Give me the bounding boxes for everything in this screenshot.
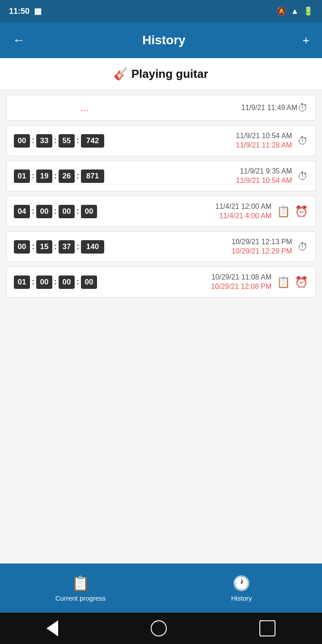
bottom-navigation: 📋 Current progress 🕐 History — [0, 564, 322, 613]
history-icon: 🕐 — [233, 575, 250, 592]
item-icons: 📋 ⏰ — [277, 205, 308, 218]
current-progress-icon: 📋 — [72, 575, 89, 592]
start-time: 11/9/21 9:35 AM — [240, 167, 292, 175]
history-label: History — [231, 594, 252, 602]
timer-segment-hh: 00 — [14, 134, 30, 148]
list-item[interactable]: 01 : 00 : 00 : 00 10/29/21 11:08 AM 10/2… — [6, 267, 316, 297]
android-nav-bar — [0, 613, 322, 644]
timer-segment-ss: 00 — [59, 275, 75, 289]
timer-display: 00 : 33 : 55 : 742 — [14, 134, 104, 148]
activity-emoji: 🎸 — [114, 67, 128, 80]
time-info: 11/9/21 11:49 AM — [156, 104, 297, 112]
main-content: 🎸 Playing guitar ... 11/9/21 11:49 AM ⏱ … — [0, 58, 322, 564]
timer-segment-hh: 01 — [14, 275, 30, 289]
start-time: 10/29/21 11:08 AM — [212, 273, 271, 281]
status-bar-left: 11:50 ▦ — [9, 6, 42, 16]
time-info: 11/4/21 12:00 AM 11/4/21 4:00 AM — [102, 203, 271, 220]
list-item[interactable]: 01 : 19 : 26 : 871 11/9/21 9:35 AM 11/9/… — [6, 161, 316, 191]
timer-segment-mm: 19 — [36, 169, 52, 183]
end-time: 11/9/21 11:28 AM — [236, 141, 292, 149]
timer-segment-mm: 00 — [36, 205, 52, 218]
status-bar-right: 🔕 ▲ 🔋 — [276, 6, 313, 16]
end-time: 10/29/21 12:08 PM — [211, 283, 271, 291]
notes-icon[interactable]: 📋 — [277, 205, 290, 218]
alarm-off-icon[interactable]: ⏰ — [295, 276, 308, 288]
timer-segment-ms: 871 — [81, 169, 104, 183]
timer-segment-ss: 26 — [59, 169, 75, 183]
activity-header: 🎸 Playing guitar — [0, 58, 322, 90]
wifi-icon: ▲ — [291, 7, 299, 16]
item-icons: ⏱ — [297, 102, 308, 114]
timer-segment-hh: 00 — [14, 240, 30, 254]
stopwatch-icon: ⏱ — [297, 102, 308, 114]
app-bar: ← History + — [0, 22, 322, 58]
notes-icon[interactable]: 📋 — [277, 276, 290, 288]
alarm-off-icon[interactable]: ⏰ — [295, 205, 308, 218]
status-bar: 11:50 ▦ 🔕 ▲ 🔋 — [0, 0, 322, 22]
home-nav-button[interactable] — [151, 620, 167, 636]
item-icons: 📋 ⏰ — [277, 276, 308, 288]
timer-segment-mm: 00 — [36, 275, 52, 289]
timer-display: 04 : 00 : 00 : 00 — [14, 205, 97, 218]
activity-title: 🎸 Playing guitar — [114, 67, 208, 80]
battery-icon: 🔋 — [303, 6, 313, 16]
recents-nav-button[interactable] — [259, 620, 275, 636]
end-time: 10/29/21 12:29 PM — [232, 247, 292, 255]
timer-segment-hh: 04 — [14, 205, 30, 218]
stopwatch-icon: ⏱ — [297, 241, 308, 253]
timer-segment-hh: 01 — [14, 169, 30, 183]
page-title: History — [142, 33, 185, 47]
pending-dots: ... — [14, 102, 156, 114]
timer-segment-ss: 55 — [59, 134, 75, 148]
time-info: 10/29/21 11:08 AM 10/29/21 12:08 PM — [102, 273, 271, 291]
list-item[interactable]: ... 11/9/21 11:49 AM ⏱ — [6, 95, 316, 121]
timer-segment-ss: 37 — [59, 240, 75, 254]
time-info: 11/9/21 10:54 AM 11/9/21 11:28 AM — [110, 132, 292, 149]
timer-segment-ms: 742 — [81, 134, 104, 148]
time-info: 10/29/21 12:13 PM 10/29/21 12:29 PM — [110, 238, 292, 255]
timer-segment-ms: 00 — [81, 205, 97, 218]
timer-display: 00 : 15 : 37 : 140 — [14, 240, 104, 254]
list-item[interactable]: 00 : 33 : 55 : 742 11/9/21 10:54 AM 11/9… — [6, 125, 316, 156]
grid-icon: ▦ — [34, 6, 42, 16]
notification-off-icon: 🔕 — [276, 6, 286, 16]
start-time: 11/9/21 10:54 AM — [236, 132, 292, 140]
timer-segment-ms: 140 — [81, 240, 104, 254]
nav-item-history[interactable]: 🕐 History — [161, 570, 322, 606]
end-time: 11/9/21 10:54 AM — [236, 177, 292, 185]
add-button[interactable]: + — [299, 30, 313, 51]
start-time: 11/4/21 12:00 AM — [216, 203, 271, 211]
start-time: 10/29/21 12:13 PM — [232, 238, 292, 246]
history-list: ... 11/9/21 11:49 AM ⏱ 00 : 33 : 55 : 74… — [0, 90, 322, 302]
current-progress-label: Current progress — [55, 594, 106, 602]
timer-segment-mm: 33 — [36, 134, 52, 148]
timer-segment-ss: 00 — [59, 205, 75, 218]
timer-display: 01 : 00 : 00 : 00 — [14, 275, 97, 289]
item-icons: ⏱ — [297, 135, 308, 147]
timer-display: 01 : 19 : 26 : 871 — [14, 169, 104, 183]
time-display: 11:50 — [9, 7, 30, 16]
back-nav-button[interactable] — [47, 620, 58, 636]
item-icons: ⏱ — [297, 170, 308, 182]
start-time: 11/9/21 11:49 AM — [242, 104, 297, 112]
list-item[interactable]: 00 : 15 : 37 : 140 10/29/21 12:13 PM 10/… — [6, 231, 316, 262]
stopwatch-icon: ⏱ — [297, 170, 308, 182]
time-info: 11/9/21 9:35 AM 11/9/21 10:54 AM — [110, 167, 292, 185]
timer-segment-mm: 15 — [36, 240, 52, 254]
nav-item-current-progress[interactable]: 📋 Current progress — [0, 570, 161, 606]
back-button[interactable]: ← — [9, 30, 29, 51]
stopwatch-icon: ⏱ — [297, 135, 308, 147]
item-icons: ⏱ — [297, 241, 308, 253]
list-item[interactable]: 04 : 00 : 00 : 00 11/4/21 12:00 AM 11/4/… — [6, 196, 316, 227]
end-time: 11/4/21 4:00 AM — [219, 212, 271, 220]
timer-segment-ms: 00 — [81, 275, 97, 289]
